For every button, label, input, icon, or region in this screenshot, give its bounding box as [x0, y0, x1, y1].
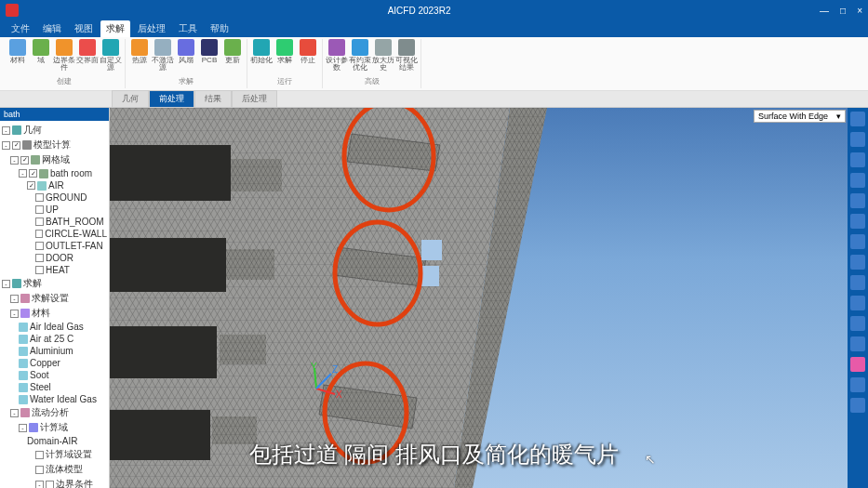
tree-node-4[interactable]: ✓AIR — [0, 179, 109, 191]
tree-node-16[interactable]: Air at 25 C — [0, 333, 109, 345]
svg-rect-5 — [110, 238, 226, 292]
tree-node-23[interactable]: -计算域 — [0, 420, 109, 435]
viewport-tool-2[interactable] — [850, 152, 865, 167]
svg-rect-6 — [110, 326, 217, 378]
ribbon-1-3[interactable]: PCB — [199, 39, 220, 74]
sidebar-title: bath — [0, 108, 109, 121]
tree-node-18[interactable]: Copper — [0, 357, 109, 369]
tree-node-26[interactable]: 流体模型 — [0, 462, 109, 477]
tree-node-11[interactable]: HEAT — [0, 264, 109, 276]
menu-item-6[interactable]: 帮助 — [205, 20, 234, 37]
tree-node-2[interactable]: -✓网格域 — [0, 152, 109, 167]
ribbon-0-3[interactable]: 交界面 — [77, 39, 98, 74]
display-mode-dropdown[interactable]: Surface With Edge — [754, 110, 846, 123]
viewport-right-toolbar — [848, 108, 868, 488]
tree-node-13[interactable]: -求解设置 — [0, 291, 109, 306]
tree-node-8[interactable]: CIRCLE-WALL — [0, 228, 109, 240]
ribbon-0-2[interactable]: 边界条件 — [54, 39, 74, 74]
viewport-tool-4[interactable] — [850, 193, 865, 208]
tree-node-21[interactable]: Water Ideal Gas — [0, 393, 109, 405]
3d-viewport[interactable]: X Y Z Surface With Edge ↖ — [110, 108, 868, 488]
menu-item-4[interactable]: 后处理 — [132, 20, 171, 37]
video-caption: 包括过道 隔间 排风口及简化的暖气片 — [249, 440, 619, 469]
title-bar: AICFD 2023R2 — □ × — [0, 0, 868, 20]
viewport-tool-14[interactable] — [850, 398, 865, 413]
tree-node-20[interactable]: Steel — [0, 381, 109, 393]
tree-node-14[interactable]: -材料 — [0, 306, 109, 321]
tree-node-24[interactable]: Domain-AIR — [0, 435, 109, 447]
svg-rect-9 — [226, 249, 274, 280]
model-tree-sidebar[interactable]: bath -几何-✓模型计算-✓网格域-✓bath room✓AIRGROUND… — [0, 108, 110, 488]
menu-item-0[interactable]: 文件 — [6, 20, 35, 37]
app-title: AICFD 2023R2 — [388, 6, 451, 16]
svg-text:Y: Y — [311, 363, 317, 372]
svg-rect-4 — [110, 145, 231, 201]
tree-node-19[interactable]: Soot — [0, 369, 109, 381]
ribbon-0-4[interactable]: 自定义源 — [100, 39, 121, 74]
viewport-tool-10[interactable] — [850, 316, 865, 331]
ribbon-1-1[interactable]: 不激活源 — [153, 39, 173, 74]
ribbon-2-2[interactable]: 停止 — [298, 39, 318, 74]
ribbon-0-0[interactable]: 材料 — [7, 39, 28, 74]
svg-line-22 — [316, 374, 331, 389]
ribbon-0-1[interactable]: 域 — [31, 39, 51, 74]
minimize-button[interactable]: — — [820, 6, 829, 16]
viewport-tool-5[interactable] — [850, 214, 865, 229]
tree-node-9[interactable]: OUTLET-FAN — [0, 240, 109, 252]
maximize-button[interactable]: □ — [840, 6, 846, 16]
svg-rect-7 — [110, 410, 210, 460]
close-button[interactable]: × — [857, 6, 862, 16]
viewport-tool-0[interactable] — [850, 112, 865, 126]
svg-rect-8 — [231, 159, 282, 191]
tree-node-6[interactable]: UP — [0, 204, 109, 216]
ribbon-1-2[interactable]: 风扇 — [176, 39, 196, 74]
viewport-tool-11[interactable] — [850, 336, 865, 351]
tree-node-5[interactable]: GROUND — [0, 191, 109, 204]
tree-node-15[interactable]: Air Ideal Gas — [0, 321, 109, 333]
menu-item-1[interactable]: 编辑 — [37, 20, 67, 37]
ribbon-3-1[interactable]: 有约束优化 — [350, 39, 370, 74]
svg-rect-10 — [220, 335, 266, 364]
tree-node-0[interactable]: -几何 — [0, 123, 109, 138]
workspace-tab-1[interactable]: 前处理 — [149, 90, 194, 107]
mouse-cursor-icon: ↖ — [645, 452, 656, 467]
app-logo-icon — [6, 4, 19, 17]
tree-node-22[interactable]: -流动分析 — [0, 405, 109, 420]
tree-node-10[interactable]: DOOR — [0, 252, 109, 264]
tree-node-12[interactable]: -求解 — [0, 276, 109, 291]
tree-node-3[interactable]: -✓bath room — [0, 167, 109, 179]
viewport-tool-7[interactable] — [850, 255, 865, 270]
menu-item-3[interactable]: 求解 — [100, 20, 130, 37]
tree-node-1[interactable]: -✓模型计算 — [0, 138, 109, 152]
viewport-tool-8[interactable] — [850, 275, 865, 290]
mesh-render — [110, 108, 868, 488]
workspace-tab-bar: 几何前处理结果后处理 — [0, 91, 868, 108]
workspace-tab-3[interactable]: 后处理 — [232, 90, 277, 107]
menu-bar: 文件编辑视图求解后处理工具帮助 — [0, 20, 868, 37]
ribbon-2-1[interactable]: 求解 — [274, 39, 295, 74]
svg-text:Z: Z — [332, 364, 338, 375]
menu-item-5[interactable]: 工具 — [173, 20, 203, 37]
workspace-tab-0[interactable]: 几何 — [112, 90, 149, 107]
tree-node-25[interactable]: 计算域设置 — [0, 447, 109, 462]
viewport-tool-1[interactable] — [850, 132, 865, 147]
ribbon-2-0[interactable]: 初始化 — [251, 39, 272, 74]
svg-text:X: X — [336, 389, 342, 400]
ribbon-1-0[interactable]: 热源 — [129, 39, 150, 74]
ribbon-1-4[interactable]: 更新 — [222, 39, 243, 74]
axis-gizmo[interactable]: X Y Z — [305, 363, 342, 400]
workspace-tab-2[interactable]: 结果 — [194, 90, 232, 107]
menu-item-2[interactable]: 视图 — [69, 20, 99, 37]
svg-rect-15 — [421, 240, 442, 260]
viewport-tool-12[interactable] — [850, 357, 865, 372]
viewport-tool-9[interactable] — [850, 296, 865, 310]
viewport-tool-3[interactable] — [850, 173, 865, 188]
ribbon-3-3[interactable]: 可视化结果 — [396, 39, 417, 74]
ribbon-3-0[interactable]: 设计参数 — [327, 39, 347, 74]
tree-node-7[interactable]: BATH_ROOM — [0, 216, 109, 228]
tree-node-27[interactable]: -边界条件 — [0, 477, 109, 488]
ribbon-3-2[interactable]: 放大历史 — [373, 39, 394, 74]
viewport-tool-13[interactable] — [850, 377, 865, 392]
viewport-tool-6[interactable] — [850, 234, 865, 249]
tree-node-17[interactable]: Aluminium — [0, 345, 109, 357]
